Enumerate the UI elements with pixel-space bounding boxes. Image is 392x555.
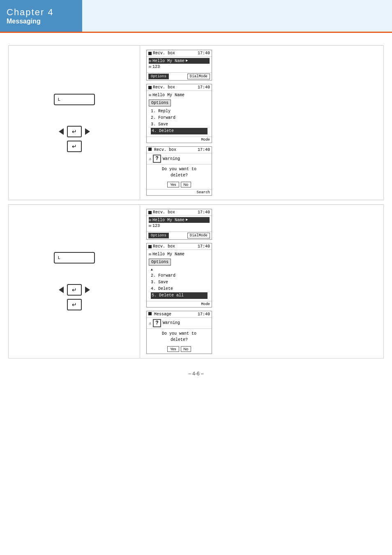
options-overlay-1: Options — [149, 99, 171, 106]
screen-5-title-bar: Recv. box 17:40 — [147, 243, 212, 250]
page-number: – 4-6 – — [0, 363, 392, 385]
l-key-screen-1: L — [54, 94, 95, 105]
screen-4-recvbox-list: Recv. box 17:40 ✉ Hello My Name ► ✉ 123 — [146, 209, 212, 240]
screen-3-footer: Search — [147, 189, 212, 195]
warning-text-1: Do you want to — [150, 166, 208, 172]
screen-1-recvbox-list: Recv. box 17:40 ✉ Hello My Name ► ✉ 123 — [146, 50, 212, 81]
section-1-device-top: L — [54, 94, 95, 105]
screen-1-body: ✉ Hello My Name ► ✉ 123 — [147, 57, 212, 71]
screen-5-item: ✉ Hello My Name — [149, 251, 210, 257]
chapter-label: Chapter 4 — [7, 7, 76, 18]
screen-5-footer: Mode — [147, 301, 212, 307]
options-btn-1[interactable]: Options — [148, 74, 169, 79]
enter-key-2b: ↵ — [67, 299, 82, 310]
menu-item-delete: 4. Delete — [151, 128, 208, 134]
section-2-right: Recv. box 17:40 ✉ Hello My Name ► ✉ 123 — [140, 205, 383, 358]
black-square-icon-5 — [148, 245, 152, 248]
screen-4-title: Recv. box — [148, 210, 175, 215]
screen-5-options-area: Options — [149, 258, 210, 266]
screen-5-title: Recv. box — [148, 244, 175, 249]
screen-4-body: ✉ Hello My Name ► ✉ 123 — [147, 216, 212, 230]
screen-2-options: Recv. box 17:40 ✉ Hello My Name Options … — [146, 84, 212, 143]
screen-3-warning-icon-area: ⚠ ? Warning — [147, 153, 212, 164]
no-btn-1[interactable]: No — [181, 182, 191, 187]
small-icon-3a: ⚠ — [149, 156, 151, 161]
warning-label-3: Warning — [163, 157, 180, 161]
left-arrow-icon-2 — [59, 287, 64, 293]
menu-item-deleteall-5: 5. Delete all — [151, 292, 208, 299]
dialmode-btn-4[interactable]: DialMode — [187, 233, 210, 238]
screen-6-body: Do you want to delete? — [147, 329, 212, 345]
screen-1-footer: Options DialMode — [147, 72, 212, 80]
screen-5-menu: ▲ 2. Forward 3. Save 4. Delete 5. Delete… — [149, 266, 210, 300]
screen-2-title-bar: Recv. box 17:40 — [147, 84, 212, 91]
menu-caret-5: ▲ — [151, 267, 208, 273]
black-square-icon-4 — [148, 211, 152, 214]
warning-text-6a: Do you want to — [150, 331, 208, 337]
search-label-3: Search — [197, 190, 210, 194]
warning-question-icon-3: ? — [153, 155, 161, 163]
l-key-screen-2: L — [54, 252, 95, 264]
menu-item-save-5: 3. Save — [151, 279, 208, 286]
screen-4-footer: Options DialMode — [147, 231, 212, 239]
black-square-icon-3 — [148, 148, 152, 151]
no-btn-2[interactable]: No — [181, 346, 191, 352]
black-square-icon-6 — [148, 312, 152, 315]
menu-item-reply: 1. Reply — [151, 108, 208, 115]
options-btn-4[interactable]: Options — [148, 233, 169, 238]
warning-label-6: Warning — [163, 321, 180, 325]
section-1-left: L ↵ ↵ — [9, 46, 140, 200]
section-1: L ↵ ↵ — [8, 45, 384, 200]
section-2: L ↵ ↵ — [8, 204, 384, 358]
yes-btn-2[interactable]: Yes — [167, 346, 179, 352]
screen-2-options-area: Options — [149, 99, 210, 107]
screen-2-item: ✉ Hello My Name — [149, 92, 210, 98]
screen-4-title-bar: Recv. box 17:40 — [147, 209, 212, 216]
screen-6-warning: Message 17:40 ⚠ ? Warning Do you want to… — [146, 311, 212, 354]
dialmode-btn-1[interactable]: DialMode — [187, 74, 210, 79]
screen-4-item1: ✉ Hello My Name ► — [149, 217, 210, 223]
header-right-panel — [82, 0, 392, 32]
enter-icon-1b: ↵ — [72, 143, 77, 150]
l-key-label-1: L — [58, 97, 61, 102]
envelope-icon-4: ✉ — [149, 217, 151, 222]
enter-key-1: ↵ — [67, 126, 82, 137]
envelope-icon-1: ✉ — [149, 58, 151, 63]
mode-label-5: Mode — [201, 302, 210, 306]
enter-icon-2: ↵ — [72, 287, 77, 293]
yes-btn-1[interactable]: Yes — [167, 182, 179, 187]
right-arrow-icon-2 — [85, 287, 90, 293]
options-overlay-5: Options — [149, 259, 171, 266]
screen-2-menu: 1. Reply 2. Forward 3. Save 4. Delete — [149, 107, 210, 135]
screen-2-title: Recv. box — [148, 85, 175, 90]
envelope-icon-2: ✉ — [149, 64, 151, 69]
menu-item-delete-5: 4. Delete — [151, 286, 208, 292]
l-key-label-2: L — [58, 255, 61, 260]
screen-2-body: ✉ Hello My Name Options 1. Reply 2. Forw… — [147, 91, 212, 136]
nav-arrows-1: ↵ — [59, 126, 90, 137]
header-left-panel: Chapter 4 Messaging — [0, 0, 82, 32]
screen-3-body: Do you want to delete? — [147, 164, 212, 180]
screen-1-title: Recv. box — [148, 51, 175, 56]
chapter-title: Messaging — [7, 18, 76, 25]
menu-item-forward: 2. Forward — [151, 115, 208, 121]
screen-6-buttons: Yes No — [147, 345, 212, 354]
screen-3-title-bar: Recv. box 17:40 — [147, 147, 212, 153]
enter-icon-1: ↵ — [72, 128, 77, 135]
screen-1-item1: ✉ Hello My Name ► — [149, 58, 210, 64]
screen-6-warning-icon-area: ⚠ ? Warning — [147, 318, 212, 329]
main-content: L ↵ ↵ — [0, 33, 392, 393]
warning-question-icon-6: ? — [153, 319, 161, 327]
screen-1-item2: ✉ 123 — [149, 64, 210, 69]
envelope-icon-6: ✉ — [149, 252, 151, 257]
black-square-icon-2 — [148, 86, 152, 89]
black-square-icon-1 — [148, 52, 152, 55]
section-1-right: Recv. box 17:40 ✉ Hello My Name ► ✉ 123 — [140, 46, 383, 200]
small-icon-6a: ⚠ — [149, 321, 151, 326]
envelope-icon-5: ✉ — [149, 223, 151, 228]
enter-key-2: ↵ — [67, 284, 82, 296]
screen-1-title-bar: Recv. box 17:40 — [147, 50, 212, 57]
menu-item-save: 3. Save — [151, 121, 208, 128]
screen-4-item2: ✉ 123 — [149, 223, 210, 229]
section-2-left: L ↵ ↵ — [9, 205, 140, 358]
